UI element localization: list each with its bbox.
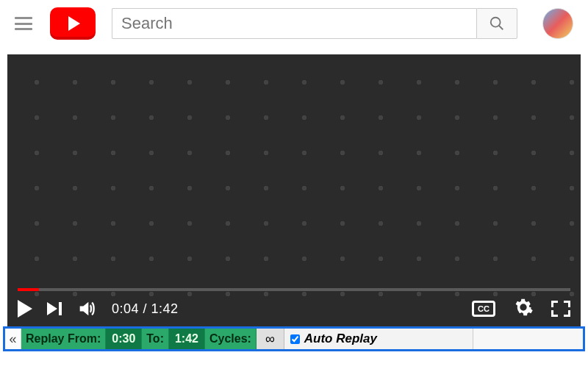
replay-to-label: To: — [142, 329, 169, 349]
play-icon[interactable] — [18, 300, 32, 318]
app-header — [0, 0, 588, 47]
infinity-icon: ∞ — [265, 332, 275, 347]
search-bar — [112, 8, 517, 39]
video-player[interactable]: 0:04 / 1:42 CC — [7, 54, 581, 326]
search-input[interactable] — [112, 8, 476, 39]
time-display: 0:04 / 1:42 — [112, 301, 179, 317]
duration: 1:42 — [151, 301, 179, 316]
replay-from-label: Replay From: — [21, 329, 106, 349]
replay-to-value[interactable]: 1:42 — [169, 329, 205, 349]
captions-icon[interactable]: CC — [472, 301, 495, 317]
search-button[interactable] — [476, 8, 517, 39]
auto-replay-checkbox[interactable] — [290, 334, 300, 344]
collapse-button[interactable]: « — [5, 329, 21, 349]
svg-point-0 — [491, 18, 501, 27]
current-time: 0:04 — [112, 301, 139, 316]
play-triangle-icon — [68, 16, 80, 31]
video-container: 0:04 / 1:42 CC — [0, 47, 588, 326]
svg-line-1 — [499, 26, 503, 30]
replay-from-value[interactable]: 0:30 — [106, 329, 142, 349]
replay-toolbar: « Replay From: 0:30 To: 1:42 Cycles: ∞ A… — [3, 326, 585, 351]
next-icon[interactable] — [47, 302, 62, 315]
video-thumbnail-pattern — [7, 54, 581, 326]
cycles-infinity-button[interactable]: ∞ — [257, 329, 284, 349]
player-controls: 0:04 / 1:42 CC — [7, 291, 581, 326]
user-avatar[interactable] — [542, 8, 573, 39]
auto-replay-label: Auto Replay — [304, 332, 377, 346]
volume-icon[interactable] — [76, 298, 97, 319]
settings-gear-icon[interactable] — [513, 297, 534, 320]
toolbar-end-cell — [473, 329, 583, 349]
hamburger-menu-icon[interactable] — [15, 15, 32, 32]
fullscreen-icon[interactable] — [551, 301, 570, 317]
replay-cycles-label: Cycles: — [205, 329, 257, 349]
search-icon — [489, 15, 505, 32]
youtube-logo[interactable] — [50, 7, 96, 40]
